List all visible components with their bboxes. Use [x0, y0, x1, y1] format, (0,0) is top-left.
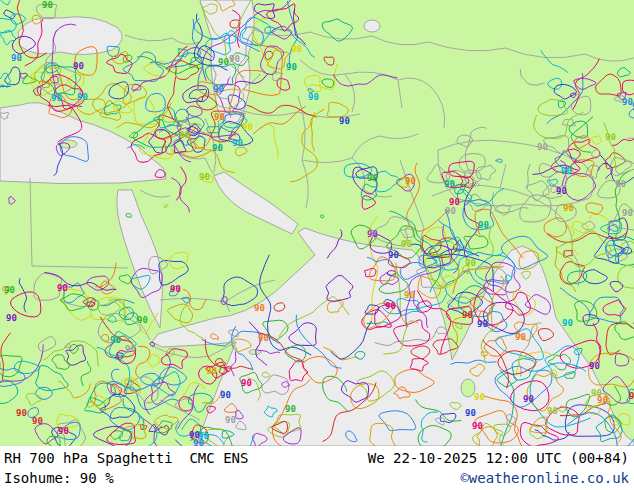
caption-bar: RH 700 hPa Spaghetti CMC ENS We 22-10-20…	[0, 446, 634, 490]
isoline-value-label: 90	[515, 332, 526, 342]
isoline-value-label: 90	[615, 179, 626, 189]
isoline-value-label: 90	[444, 179, 455, 189]
isoline-value-label: 90	[6, 313, 17, 323]
isoline-value-label: 90	[51, 93, 62, 103]
isoline-value-label: 90	[58, 426, 69, 436]
isoline-value-label: 90	[212, 143, 223, 153]
forecast-datetime: We 22-10-2025 12:00 UTC (00+84)	[368, 450, 629, 467]
isoline-value-label: 90	[220, 390, 231, 400]
isoline-value-label: 90	[449, 197, 460, 207]
copyright-text: ©weatheronline.co.uk	[460, 470, 629, 487]
isoline-value-label: 90	[218, 57, 229, 67]
isoline-value-label: 90	[285, 404, 296, 414]
isoline-value-label: 90	[241, 378, 252, 388]
isoline-value-label: 90	[170, 284, 181, 294]
isoline-value-label: 90	[291, 44, 302, 54]
isoline-value-label: 90	[367, 173, 378, 183]
isoline-value-label: 90	[561, 166, 572, 176]
isoline-value-label: 90	[547, 406, 558, 416]
isoline-value-label: 90	[232, 138, 243, 148]
isoline-value-label: 90	[73, 61, 84, 71]
isoline-value-label: 90	[42, 0, 53, 10]
isoline-value-label: 90	[562, 318, 573, 328]
isoline-value-label: 90	[556, 186, 567, 196]
isoline-value-label: 90	[32, 416, 43, 426]
isoline-value-label: 90	[401, 239, 412, 249]
isoline-value-label: 90	[179, 130, 190, 140]
isohume-label: Isohume: 90 %	[4, 470, 114, 487]
isoline-value-label: 90	[404, 290, 415, 300]
isoline-value-label: 90	[286, 62, 297, 72]
isoline-value-label: 90	[465, 258, 476, 268]
isoline-value-label: 90	[254, 303, 265, 313]
isoline-value-label: 90	[622, 208, 633, 218]
isoline-value-label: 90	[339, 116, 350, 126]
aral-sea	[364, 20, 380, 32]
isoline-value-label: 90	[225, 415, 236, 425]
isoline-value-label: 90	[11, 53, 22, 63]
isoline-value-label: 90	[229, 54, 240, 64]
weather-map-image: 9090909090909090909090909090909090909090…	[0, 0, 634, 490]
isoline-value-label: 90	[213, 84, 224, 94]
isoline-value-label: 90	[308, 92, 319, 102]
isoline-value-label: 90	[462, 310, 473, 320]
isoline-value-label: 90	[622, 97, 633, 107]
isoline-value-label: 90	[258, 333, 269, 343]
isoline-value-label: 90	[589, 361, 600, 371]
isoline-value-label: 90	[199, 172, 210, 182]
isoline-value-label: 90	[523, 394, 534, 404]
isoline-value-label: 90	[605, 132, 616, 142]
map-area: 9090909090909090909090909090909090909090…	[0, 0, 634, 446]
isoline-value-label: 90	[125, 344, 136, 354]
isoline-value-label: 90	[189, 430, 200, 440]
isoline-value-label: 90	[472, 421, 483, 431]
isoline-value-label: 90	[206, 366, 217, 376]
isoline-value-label: 90	[591, 388, 602, 398]
sri-lanka-island	[461, 379, 475, 397]
isoline-value-label: 90	[137, 315, 148, 325]
isoline-value-label: 90	[16, 408, 27, 418]
isoline-value-label: 90	[367, 229, 378, 239]
isoline-value-label: 90	[77, 92, 88, 102]
isoline-value-label: 90	[214, 112, 225, 122]
isoline-value-label: 90	[563, 203, 574, 213]
isoline-value-label: 90	[629, 391, 634, 401]
isoline-value-label: 90	[465, 408, 476, 418]
isoline-value-label: 90	[474, 392, 485, 402]
isoline-value-label: 90	[537, 142, 548, 152]
isoline-value-label: 90	[242, 122, 253, 132]
isoline-value-label: 90	[385, 301, 396, 311]
isoline-value-label: 90	[405, 176, 416, 186]
isoline-value-label: 90	[445, 206, 456, 216]
isoline-value-label: 90	[110, 335, 121, 345]
isoline-value-label: 90	[57, 283, 68, 293]
isoline-value-label: 90	[388, 250, 399, 260]
isoline-value-label: 90	[4, 285, 15, 295]
isoline-value-label: 90	[477, 319, 488, 329]
map-title: RH 700 hPa Spaghetti CMC ENS	[4, 450, 248, 467]
isoline-value-label: 90	[478, 220, 489, 230]
map-canvas: 9090909090909090909090909090909090909090…	[0, 0, 634, 446]
